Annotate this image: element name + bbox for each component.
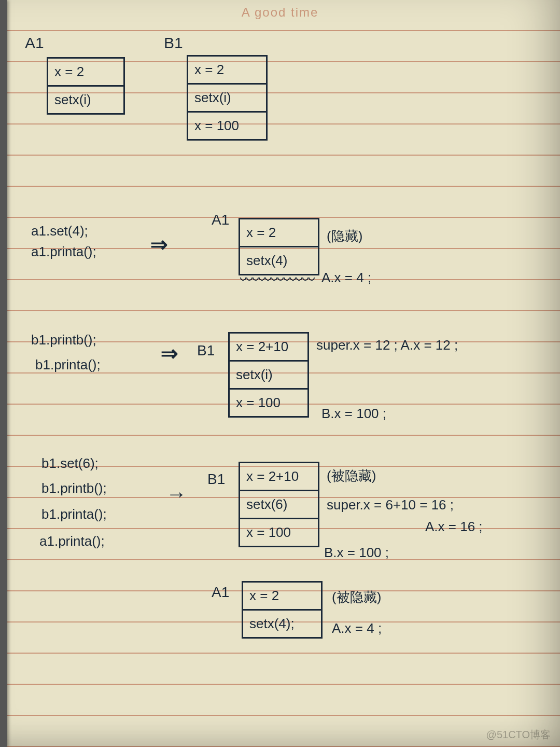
cell: setx(i) (48, 87, 123, 113)
arrow-icon: ⇒ (161, 341, 178, 365)
cell: setx(i) (188, 85, 266, 113)
cell: x = 2 (48, 59, 123, 87)
annotation: A.x = 4 ; (332, 620, 382, 637)
cell: x = 2+10 (240, 463, 318, 491)
cell: setx(4); (243, 611, 321, 637)
label-a1-step1: A1 (212, 212, 229, 228)
cell: x = 2 (243, 583, 321, 611)
code-line: b1.printa(); (35, 357, 101, 373)
cell: setx(6) (240, 491, 318, 519)
box-b1-step2: x = 2+10 setx(i) x = 100 (228, 332, 309, 418)
page-header: A good time (0, 5, 560, 20)
code-line: a1.printa(); (39, 533, 105, 549)
code-line: a1.set(4); (31, 223, 88, 239)
annotation: B.x = 100 ; (321, 406, 386, 422)
annotation: (隐藏) (327, 227, 362, 245)
label-a1-step3: A1 (212, 584, 229, 601)
cell: setx(4) (240, 247, 318, 274)
code-line: b1.printb(); (41, 480, 107, 496)
box-a1-step3: x = 2 setx(4); (242, 581, 323, 639)
arrow-icon: → (166, 482, 187, 506)
annotation: (被隐藏) (327, 467, 376, 485)
annotation: super.x = 12 ; A.x = 12 ; (316, 337, 458, 353)
box-b1-def: x = 2 setx(i) x = 100 (187, 55, 268, 141)
label-a1: A1 (25, 34, 44, 52)
code-line: b1.set(6); (41, 455, 99, 472)
label-b1-step3: B1 (207, 471, 225, 488)
code-line: b1.printa(); (41, 506, 107, 522)
label-b1-step2: B1 (197, 342, 215, 359)
annotation: A.x = 4 ; (321, 270, 371, 286)
label-b1: B1 (164, 34, 183, 52)
cell: x = 100 (240, 519, 318, 546)
cell: x = 2 (188, 57, 266, 85)
cell: setx(i) (230, 362, 307, 390)
annotation: A.x = 16 ; (425, 519, 483, 535)
box-b1-step3: x = 2+10 setx(6) x = 100 (239, 462, 319, 547)
cell: x = 100 (188, 113, 266, 139)
annotation: B.x = 100 ; (324, 545, 389, 561)
notebook-spine (0, 0, 7, 747)
squiggle-underline (240, 278, 315, 283)
annotation: (被隐藏) (332, 588, 381, 606)
code-line: b1.printb(); (31, 332, 96, 348)
code-line: a1.printa(); (31, 244, 96, 260)
watermark: @51CTO博客 (486, 728, 551, 742)
cell: x = 2+10 (230, 334, 307, 362)
annotation: super.x = 6+10 = 16 ; (327, 497, 454, 513)
arrow-icon: ⇒ (150, 232, 168, 256)
cell: x = 100 (230, 390, 307, 416)
box-a1-def: x = 2 setx(i) (47, 57, 125, 115)
box-a1-step1: x = 2 setx(4) (239, 218, 319, 275)
cell: x = 2 (240, 219, 318, 247)
